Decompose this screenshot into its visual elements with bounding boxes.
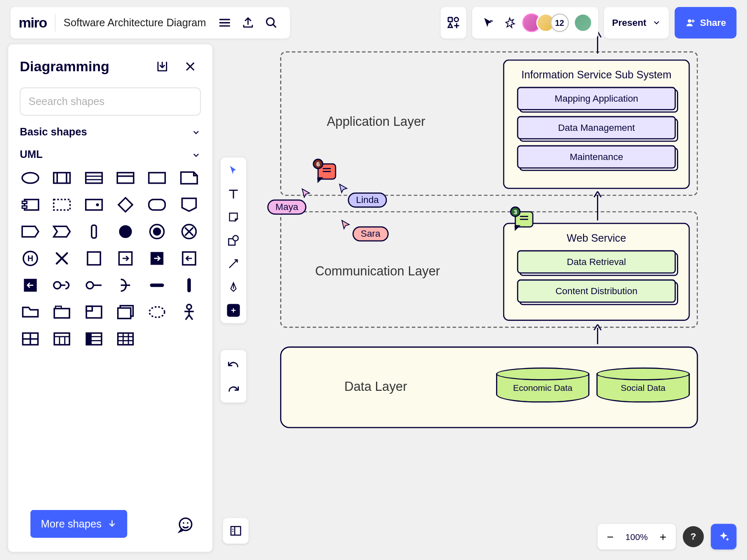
category-uml[interactable]: UML <box>20 149 201 161</box>
apps-button[interactable] <box>441 7 466 39</box>
mapping-application-box[interactable]: Mapping Application <box>517 87 676 110</box>
comment-bubble-red[interactable]: 6 <box>318 163 336 180</box>
shape-rounded-rect[interactable] <box>147 196 168 213</box>
shape-table-cols[interactable] <box>52 330 73 348</box>
data-layer-box[interactable] <box>280 347 698 428</box>
shape-table-left[interactable] <box>83 330 104 348</box>
close-icon[interactable] <box>180 56 201 77</box>
communication-layer-box[interactable] <box>280 211 698 328</box>
svg-rect-11 <box>22 206 27 208</box>
menu-icon[interactable] <box>214 12 235 33</box>
shape-dashed-ellipse[interactable] <box>147 303 168 321</box>
shape-half-circle[interactable] <box>115 277 136 294</box>
owner-avatar[interactable] <box>574 13 592 32</box>
shape-frame[interactable] <box>83 303 104 321</box>
feedback-icon[interactable] <box>175 515 196 535</box>
data-retrieval-box[interactable]: Data Retrieval <box>517 250 676 274</box>
shape-predefined-process[interactable] <box>52 169 73 187</box>
shape-line-vertical[interactable] <box>178 277 199 294</box>
more-shapes-button[interactable]: More shapes <box>30 510 127 538</box>
content-distribution-box[interactable]: Content Distribution <box>517 280 676 303</box>
web-service-title: Web Service <box>504 232 689 244</box>
shape-rect-dot[interactable] <box>83 196 104 213</box>
zoom-in-button[interactable]: + <box>654 528 672 546</box>
shape-circle-ring[interactable] <box>147 223 168 240</box>
web-service-box[interactable]: Web Service Data Retrieval Content Distr… <box>503 223 690 321</box>
svg-rect-13 <box>85 200 102 210</box>
tool-sticky-note[interactable] <box>225 209 241 225</box>
toolbar: + <box>221 158 246 323</box>
data-management-box[interactable]: Data Management <box>517 116 676 140</box>
shape-circle-x[interactable] <box>178 223 199 240</box>
redo-button[interactable] <box>225 380 241 397</box>
shape-bar-vertical[interactable] <box>83 223 104 240</box>
shape-square[interactable] <box>83 250 104 267</box>
economic-data-cylinder[interactable]: Economic Data <box>496 368 589 402</box>
tool-more[interactable]: + <box>225 302 241 318</box>
maintenance-box[interactable]: Maintenance <box>517 145 676 169</box>
avatar-stack[interactable]: 12 <box>522 13 569 32</box>
shape-card[interactable] <box>115 169 136 187</box>
shape-folder-tab[interactable] <box>52 303 73 321</box>
shape-square-arrow-left-filled[interactable] <box>20 277 41 294</box>
shape-provided-interface[interactable] <box>52 277 73 294</box>
tool-pen[interactable] <box>225 279 241 295</box>
svg-point-29 <box>86 282 93 289</box>
undo-button[interactable] <box>225 356 241 372</box>
ai-assist-button[interactable] <box>711 524 737 550</box>
shape-line-horizontal[interactable] <box>147 277 168 294</box>
shape-table-grid[interactable] <box>115 330 136 348</box>
shape-arrow-chevron[interactable] <box>52 223 73 240</box>
reactions-icon[interactable] <box>501 12 522 33</box>
collaborator-count[interactable]: 12 <box>550 13 569 32</box>
shape-x[interactable] <box>52 250 73 267</box>
shape-dashed-rect[interactable] <box>52 196 73 213</box>
zoom-out-button[interactable]: − <box>601 528 619 546</box>
shape-stack[interactable] <box>115 303 136 321</box>
shape-circle-filled[interactable] <box>115 223 136 240</box>
search-icon[interactable] <box>261 12 282 33</box>
category-basic-shapes[interactable]: Basic shapes <box>20 126 201 138</box>
application-layer-box[interactable] <box>280 51 698 196</box>
export-icon[interactable] <box>238 12 258 33</box>
info-service-box[interactable]: Information Service Sub System Mapping A… <box>503 60 690 189</box>
shape-folder[interactable] <box>20 303 41 321</box>
shape-actor[interactable] <box>178 303 199 321</box>
shape-arrow-right-outline[interactable] <box>20 223 41 240</box>
cursor-pointer-icon[interactable] <box>478 12 499 33</box>
shape-table-2x2[interactable] <box>20 330 41 348</box>
present-button[interactable]: Present <box>604 7 669 39</box>
shape-square-arrow-left[interactable] <box>178 250 199 267</box>
shape-circle-h[interactable]: H <box>20 250 41 267</box>
shape-component[interactable] <box>20 196 41 213</box>
shape-rectangle[interactable] <box>147 169 168 187</box>
tool-connector[interactable] <box>225 255 241 272</box>
svg-rect-10 <box>22 201 27 204</box>
tool-shapes[interactable] <box>225 232 241 248</box>
social-data-cylinder[interactable]: Social Data <box>597 368 690 402</box>
zoom-value[interactable]: 100% <box>622 532 652 542</box>
panels-toggle[interactable] <box>223 518 249 544</box>
person-add-icon <box>685 18 695 28</box>
shape-square-arrow-right[interactable] <box>115 250 136 267</box>
shape-square-arrow-right-filled[interactable] <box>147 250 168 267</box>
shape-diamond[interactable] <box>115 196 136 213</box>
info-service-title: Information Service Sub System <box>504 69 689 81</box>
svg-point-47 <box>187 522 188 524</box>
tool-text[interactable] <box>225 185 241 202</box>
search-input[interactable] <box>20 88 201 115</box>
shape-ellipse[interactable] <box>20 169 41 187</box>
comment-bubble-green[interactable]: 3 <box>515 211 534 228</box>
help-button[interactable]: ? <box>683 526 704 547</box>
svg-point-19 <box>153 228 161 236</box>
board-title[interactable]: Software Architecture Diagram <box>64 17 206 29</box>
logo[interactable]: miro <box>19 15 47 31</box>
shape-tag[interactable] <box>178 196 199 213</box>
shape-required-interface[interactable] <box>83 277 104 294</box>
svg-rect-23 <box>88 252 100 265</box>
share-button[interactable]: Share <box>674 7 737 39</box>
shape-note[interactable] <box>178 169 199 187</box>
tool-select[interactable] <box>225 162 241 178</box>
import-icon[interactable] <box>152 56 173 77</box>
shape-internal-storage[interactable] <box>83 169 104 187</box>
